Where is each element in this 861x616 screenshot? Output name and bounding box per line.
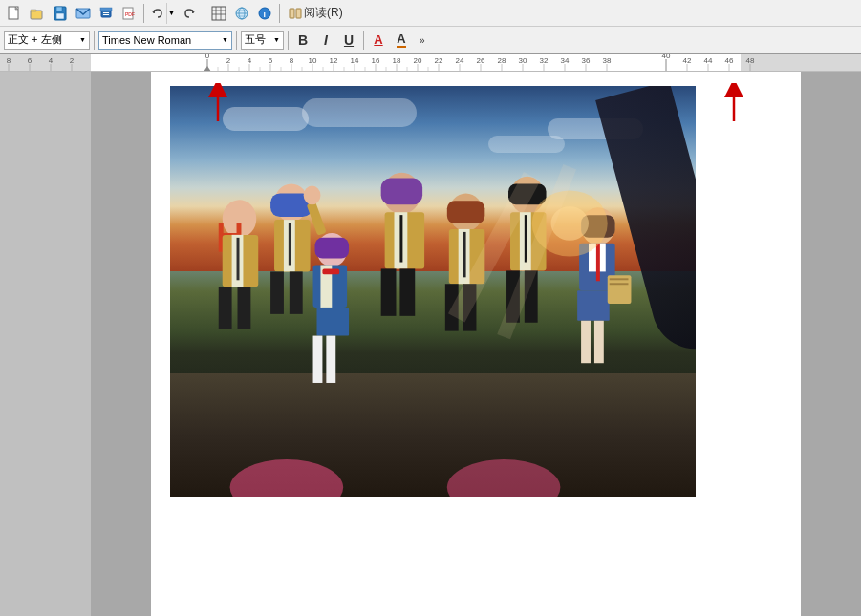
svg-rect-162	[610, 278, 629, 280]
save-button[interactable]	[50, 3, 71, 24]
svg-rect-143	[463, 231, 466, 276]
read-mode-button[interactable]: 阅读(R)	[284, 3, 348, 24]
document-page	[151, 72, 801, 616]
svg-text:8: 8	[290, 56, 294, 65]
svg-text:22: 22	[435, 56, 443, 65]
svg-rect-158	[577, 290, 610, 321]
content-area[interactable]	[91, 72, 861, 616]
cloud1	[223, 107, 309, 131]
page-content	[151, 72, 801, 511]
svg-text:48: 48	[746, 56, 755, 65]
svg-rect-9	[100, 8, 112, 11]
style-value: 正文 + 左侧	[8, 32, 77, 47]
email-button[interactable]	[73, 3, 94, 24]
svg-text:6: 6	[28, 56, 32, 65]
svg-rect-129	[322, 268, 339, 274]
svg-rect-121	[270, 271, 284, 313]
svg-rect-157	[596, 243, 600, 281]
svg-rect-28	[290, 9, 294, 18]
print-preview-button[interactable]	[96, 3, 117, 24]
svg-text:18: 18	[393, 56, 401, 65]
svg-text:28: 28	[498, 56, 506, 65]
export-button[interactable]: PDF	[118, 3, 140, 24]
svg-rect-6	[56, 13, 64, 19]
ruler: 8 6 4 2 0 2 4 6 8 10 12 14 16	[0, 54, 861, 72]
svg-rect-2	[31, 11, 42, 19]
svg-rect-130	[313, 335, 323, 382]
svg-text:10: 10	[309, 56, 317, 65]
svg-text:i: i	[264, 10, 267, 19]
svg-rect-113	[238, 287, 251, 329]
svg-point-164	[230, 458, 344, 497]
svg-rect-133	[381, 178, 422, 204]
open-button[interactable]	[27, 3, 48, 24]
svg-text:6: 6	[269, 56, 273, 65]
svg-text:0: 0	[205, 54, 210, 60]
svg-rect-16	[212, 7, 226, 20]
svg-rect-137	[381, 268, 397, 315]
left-arrow-indicator	[204, 83, 232, 129]
svg-rect-128	[316, 307, 349, 335]
svg-text:40: 40	[662, 54, 671, 60]
svg-rect-29	[296, 9, 301, 18]
separator7	[363, 31, 364, 50]
font-size-selector[interactable]: 五号 ▼	[241, 31, 284, 50]
italic-button[interactable]: I	[315, 30, 336, 51]
svg-point-120	[304, 185, 321, 204]
svg-text:32: 32	[540, 56, 549, 65]
svg-text:PDF: PDF	[125, 11, 135, 17]
font-color2-button[interactable]: A	[391, 30, 412, 51]
cloud2	[302, 98, 417, 127]
svg-text:2: 2	[70, 56, 75, 65]
main-area	[0, 72, 861, 616]
table-button[interactable]	[208, 3, 229, 24]
svg-text:30: 30	[519, 56, 527, 65]
style-selector[interactable]: 正文 + 左侧 ▼	[4, 31, 90, 50]
undo-dropdown-icon[interactable]: ▼	[166, 3, 176, 24]
svg-rect-131	[326, 335, 335, 382]
svg-text:16: 16	[372, 56, 380, 65]
svg-rect-160	[594, 320, 604, 362]
font-name-selector[interactable]: Times New Roman ▼	[98, 31, 232, 50]
separator6	[288, 31, 289, 50]
ruler-ticks: 8 6 4 2 0 2 4 6 8 10 12 14 16	[0, 54, 861, 72]
web-button[interactable]	[231, 3, 252, 24]
anime-image	[170, 86, 696, 497]
redo-button[interactable]	[179, 3, 200, 24]
read-mode-label: 阅读(R)	[304, 5, 343, 21]
svg-text:24: 24	[456, 56, 464, 65]
more-format-button[interactable]: »	[414, 30, 435, 51]
svg-rect-10	[103, 12, 109, 13]
separator5	[236, 31, 237, 50]
undo-button[interactable]: ▼	[148, 3, 177, 24]
svg-rect-3	[31, 10, 36, 11]
svg-rect-159	[581, 320, 591, 362]
toolbar-row2: 正文 + 左侧 ▼ Times New Roman ▼ 五号 ▼ B I U	[0, 27, 861, 53]
svg-point-165	[447, 458, 561, 497]
svg-rect-5	[56, 7, 62, 11]
svg-text:14: 14	[351, 56, 359, 65]
characters-svg	[170, 148, 696, 498]
svg-text:26: 26	[477, 56, 485, 65]
separator2	[204, 4, 204, 23]
svg-text:34: 34	[561, 56, 570, 65]
svg-rect-140	[447, 201, 485, 223]
font-size-value: 五号	[245, 32, 273, 47]
svg-rect-112	[219, 287, 232, 329]
toolbar-row1: PDF ▼ i 阅读(R)	[0, 0, 861, 27]
bold-button[interactable]: B	[292, 30, 313, 51]
svg-rect-11	[103, 14, 109, 15]
svg-rect-122	[290, 271, 303, 313]
underline-button[interactable]: U	[338, 30, 359, 51]
svg-rect-111	[237, 237, 240, 279]
svg-text:2: 2	[226, 56, 231, 65]
svg-text:4: 4	[248, 56, 252, 65]
svg-rect-136	[399, 215, 402, 262]
new-doc-button[interactable]	[4, 3, 25, 24]
font-size-dropdown-icon: ▼	[273, 36, 280, 43]
svg-text:46: 46	[725, 56, 734, 65]
separator1	[143, 4, 144, 23]
font-color-button[interactable]: A	[368, 30, 389, 51]
font-name-dropdown-icon: ▼	[222, 36, 228, 43]
info-button[interactable]: i	[254, 3, 275, 24]
